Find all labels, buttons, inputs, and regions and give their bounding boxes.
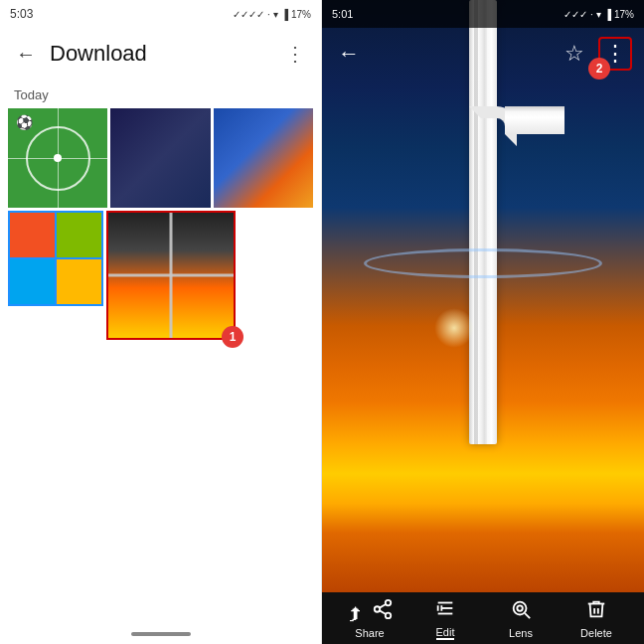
- svg-point-1: [375, 606, 381, 612]
- wifi-icon: ▾: [273, 9, 278, 20]
- thumb-dark-blue[interactable]: [110, 108, 210, 208]
- lens-action[interactable]: Lens: [491, 598, 551, 639]
- main-image: [322, 0, 644, 592]
- share-icon: ⮭: [346, 598, 394, 625]
- star-button[interactable]: ☆: [561, 37, 588, 71]
- straw-horizontal: [505, 106, 564, 134]
- svg-point-2: [386, 612, 392, 618]
- badge-2: 2: [588, 58, 610, 80]
- check-icons: ✓✓✓✓ ·: [233, 9, 270, 20]
- signal-icon: ▐: [281, 9, 288, 20]
- soccer-ball-icon: ⚽: [16, 114, 33, 130]
- thumb-gradient: [106, 211, 236, 340]
- delete-label: Delete: [580, 627, 612, 639]
- status-bar-left: 5:03 ✓✓✓✓ · ▾ ▐ 17%: [0, 0, 321, 28]
- wifi-icon-right: ▾: [596, 9, 601, 20]
- share-action[interactable]: ⮭ Share: [340, 598, 400, 639]
- check-icons-right: ✓✓✓ ·: [564, 9, 593, 20]
- signal-icon-right: ▐: [604, 9, 611, 20]
- back-button-right[interactable]: ←: [334, 37, 364, 71]
- grid-row-1: ⚽: [8, 108, 313, 208]
- soccer-circle: [26, 126, 90, 191]
- top-bar-left: ← Download ⋮: [0, 28, 321, 80]
- glass-rim: [364, 248, 602, 278]
- win-q1: [10, 213, 55, 257]
- more-menu-left[interactable]: ⋮: [281, 38, 309, 70]
- grid-row-2: 1: [8, 211, 313, 340]
- soccer-dot: [54, 154, 62, 162]
- edit-icon: [434, 597, 456, 624]
- svg-point-10: [514, 601, 527, 614]
- status-icons-right: ✓✓✓ · ▾ ▐ 17%: [564, 9, 634, 20]
- delete-action[interactable]: Delete: [566, 598, 626, 639]
- edit-action[interactable]: Edit: [415, 597, 475, 640]
- thumb-windows: [8, 211, 103, 306]
- win-q2: [57, 213, 101, 257]
- right-panel: 5:01 ✓✓✓ · ▾ ▐ 17% ← ☆ ⋮ 2: [322, 0, 644, 644]
- win-grid: [8, 211, 103, 306]
- svg-line-12: [525, 613, 530, 618]
- svg-point-0: [386, 599, 392, 605]
- win-q4: [57, 259, 101, 304]
- left-panel: 5:03 ✓✓✓✓ · ▾ ▐ 17% ← Download ⋮ Today ⚽: [0, 0, 322, 644]
- cross-v: [170, 213, 173, 338]
- home-bar-left: [131, 632, 191, 636]
- time-right: 5:01: [332, 8, 353, 20]
- status-icons-left: ✓✓✓✓ · ▾ ▐ 17%: [233, 9, 311, 20]
- section-label: Today: [0, 80, 321, 108]
- battery-right: 17%: [614, 9, 634, 20]
- svg-point-11: [517, 605, 523, 611]
- status-bar-right: 5:01 ✓✓✓ · ▾ ▐ 17%: [322, 0, 644, 28]
- svg-line-3: [380, 610, 386, 614]
- thumb-gradient-wrap[interactable]: 1: [106, 211, 236, 340]
- battery-left: 17%: [291, 9, 311, 20]
- lens-label: Lens: [509, 627, 533, 639]
- juice-bg: [322, 0, 644, 592]
- svg-line-4: [380, 603, 386, 607]
- badge-1: 1: [222, 326, 243, 348]
- lens-icon: [510, 598, 532, 625]
- bottom-action-bar: ⮭ Share Edit: [322, 592, 644, 644]
- thumb-gears[interactable]: [214, 108, 313, 208]
- share-label: Share: [355, 627, 384, 639]
- photo-grid: ⚽: [0, 108, 321, 624]
- edit-label: Edit: [436, 626, 455, 640]
- back-button-left[interactable]: ←: [12, 39, 40, 70]
- thumb-windows-wrap[interactable]: [8, 211, 103, 306]
- home-indicator-left: [0, 624, 321, 644]
- win-q3: [10, 259, 55, 304]
- thumb-soccer[interactable]: ⚽: [8, 108, 107, 208]
- time-left: 5:03: [10, 7, 33, 21]
- page-title: Download: [50, 41, 271, 67]
- delete-icon: [585, 598, 607, 625]
